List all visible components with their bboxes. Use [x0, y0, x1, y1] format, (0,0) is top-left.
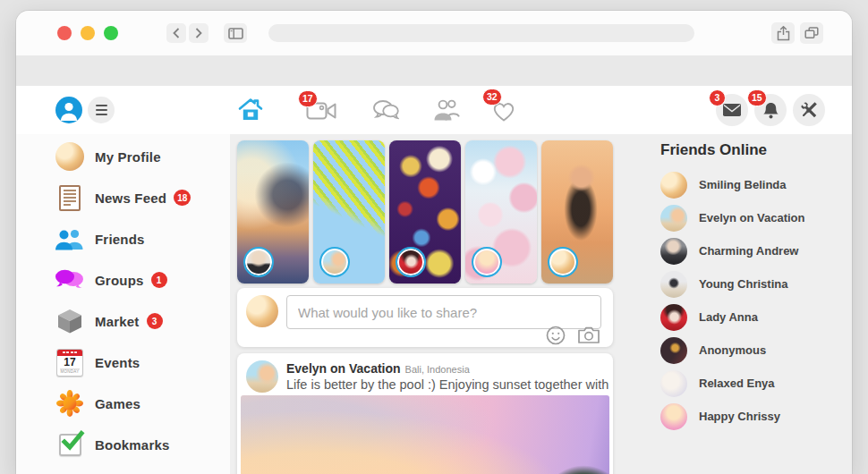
story-cherry-blossom[interactable]: [465, 140, 537, 284]
story-couple-selfie[interactable]: [237, 140, 309, 284]
profile-avatar-button[interactable]: [55, 97, 82, 123]
sidebar-toggle-button[interactable]: [224, 23, 247, 43]
sidebar-toggle-icon: [228, 28, 243, 39]
stories-row: [237, 140, 653, 284]
friend-avatar: [660, 205, 687, 232]
post-sunset-photo[interactable]: [241, 395, 609, 474]
story-avatar: [472, 247, 502, 277]
settings-button[interactable]: [793, 94, 825, 126]
app-body: My Profile News Feed 18: [16, 134, 852, 474]
friends-icon: [55, 224, 85, 254]
photo-camera-icon[interactable]: [577, 326, 600, 344]
post-composer: [237, 288, 613, 347]
video-nav-button[interactable]: 17: [306, 100, 336, 122]
friend-avatar: [660, 403, 687, 430]
tools-icon: [800, 101, 818, 119]
chat-bubbles-icon: [372, 99, 399, 121]
notifications-button[interactable]: 15: [754, 94, 787, 126]
left-sidebar: My Profile News Feed 18: [16, 134, 230, 474]
home-nav-button[interactable]: [238, 97, 263, 122]
friend-item[interactable]: Happy Chrissy: [660, 400, 852, 433]
news-feed-badge: 18: [174, 190, 191, 206]
story-avatar: [243, 247, 274, 277]
back-button[interactable]: [166, 23, 186, 43]
share-icon: [777, 26, 790, 41]
hamburger-icon: [96, 105, 107, 106]
sidebar-item-events[interactable]: 17 MONDAY Events: [16, 342, 230, 383]
sidebar-item-friends[interactable]: Friends: [16, 218, 230, 259]
friend-item[interactable]: Young Christina: [660, 267, 852, 300]
composer-avatar: [246, 295, 278, 327]
mail-icon: [723, 104, 741, 116]
share-button[interactable]: [771, 22, 795, 44]
story-beach-workout[interactable]: [541, 140, 613, 284]
likes-badge: 32: [482, 89, 502, 106]
minimize-window-button[interactable]: [81, 26, 95, 40]
friend-item[interactable]: Smiling Belinda: [660, 168, 852, 201]
friends-online-panel: Friends Online Smiling Belinda Evelyn on…: [653, 134, 852, 474]
post-location: Bali, Indonesia: [405, 364, 470, 375]
sidebar-item-groups[interactable]: Groups 1: [16, 259, 230, 300]
share-input[interactable]: [286, 295, 601, 329]
profile-photo-icon: [55, 141, 85, 172]
friend-avatar: [660, 304, 687, 331]
hamburger-menu-button[interactable]: [88, 97, 115, 123]
friends-online-title: Friends Online: [660, 141, 852, 161]
forward-chevron-icon: [194, 28, 203, 38]
chat-nav-button[interactable]: [372, 99, 399, 121]
screenshot-stage: 17: [0, 0, 868, 474]
zoom-window-button[interactable]: [104, 26, 118, 40]
emoji-icon[interactable]: [546, 326, 566, 345]
feed-post: Evelyn on VacationBali, Indonesia Life i…: [237, 353, 613, 474]
groups-icon: [55, 265, 85, 295]
story-bokeh-lights[interactable]: [389, 140, 461, 284]
back-chevron-icon: [172, 28, 181, 38]
browser-window: 17: [16, 11, 852, 474]
friend-avatar: [660, 370, 687, 397]
address-bar[interactable]: [268, 24, 694, 42]
market-badge: 3: [147, 313, 163, 329]
close-window-button[interactable]: [57, 26, 72, 40]
sidebar-item-market[interactable]: Market 3: [16, 300, 230, 342]
friend-avatar: [660, 271, 687, 298]
story-avatar: [396, 247, 426, 277]
post-text: Life is better by the pool :) Enjoying s…: [286, 377, 612, 392]
app-header: 17: [16, 86, 852, 134]
main-feed: Evelyn on VacationBali, Indonesia Life i…: [230, 134, 653, 474]
messages-badge: 3: [709, 89, 726, 106]
story-avatar: [548, 247, 578, 277]
post-author-name[interactable]: Evelyn on Vacation: [286, 361, 401, 376]
groups-badge: 1: [151, 272, 167, 288]
messages-button[interactable]: 3: [716, 94, 748, 126]
sidebar-item-games[interactable]: Games: [16, 383, 230, 424]
forward-button[interactable]: [189, 23, 208, 43]
friend-item[interactable]: Charming Andrew: [660, 234, 852, 267]
games-pinwheel-icon: [55, 388, 85, 419]
people-icon: [433, 98, 460, 122]
news-feed-icon: [55, 182, 85, 213]
tabs-button[interactable]: [800, 22, 823, 44]
bell-icon: [763, 102, 779, 119]
friend-item[interactable]: Lady Anna: [660, 300, 852, 334]
events-calendar-icon: 17 MONDAY: [55, 347, 85, 377]
story-avatar: [319, 247, 350, 277]
notifications-badge: 15: [747, 89, 767, 106]
post-author-avatar[interactable]: [246, 360, 278, 393]
friend-avatar: [660, 238, 687, 265]
sidebar-item-news-feed[interactable]: News Feed 18: [16, 177, 230, 218]
friend-item[interactable]: Anonymous: [660, 334, 852, 367]
post-mention-link[interactable]: @Andrew: [612, 377, 613, 392]
sidebar-item-my-profile[interactable]: My Profile: [16, 136, 230, 177]
market-icon: [55, 306, 85, 336]
sidebar-item-bookmarks[interactable]: Bookmarks: [16, 424, 230, 465]
story-palm-leaf[interactable]: [313, 140, 385, 284]
friend-item[interactable]: Relaxed Enya: [660, 367, 852, 400]
friend-avatar: [660, 337, 687, 364]
browser-toolbar: [16, 11, 852, 55]
friend-item[interactable]: Evelyn on Vacation: [660, 201, 852, 234]
likes-nav-button[interactable]: 32: [490, 98, 517, 123]
friends-nav-button[interactable]: [433, 98, 460, 122]
video-badge: 17: [298, 90, 318, 107]
friend-avatar: [660, 172, 687, 199]
home-icon: [238, 97, 263, 122]
